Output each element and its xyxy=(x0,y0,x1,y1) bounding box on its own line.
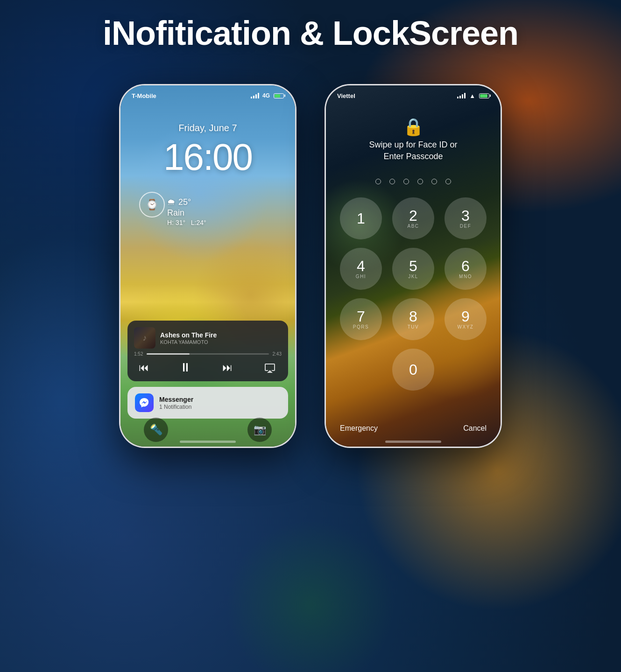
prompt-line2: Enter Passcode xyxy=(383,152,443,161)
right-signal-bars-icon xyxy=(457,93,466,98)
music-artist: KOHTA YAMAMOTO xyxy=(160,339,282,345)
wifi-icon: ▲ xyxy=(469,92,475,99)
key-4[interactable]: 4 GHI xyxy=(340,248,382,290)
music-progress-fill xyxy=(147,353,189,355)
rewind-button[interactable]: ⏮ xyxy=(139,362,149,374)
music-info-row: ♪ Ashes on The Fire KOHTA YAMAMOTO xyxy=(134,327,282,349)
right-phone: Viettel ▲ 🔒 Swipe up for Face ID or Ent xyxy=(325,84,502,448)
key-8[interactable]: 8 TUV xyxy=(392,298,434,340)
key-6[interactable]: 6 MNO xyxy=(445,248,487,290)
right-carrier: Viettel xyxy=(337,92,355,99)
music-progress-bar[interactable] xyxy=(147,353,268,355)
passcode-bottom-actions: Emergency Cancel xyxy=(326,424,501,433)
weather-widget: 🌧 25° Rain H: 31° L:24° xyxy=(167,197,206,226)
weather-row-temp: 🌧 25° xyxy=(167,197,206,207)
key-7-num: 7 xyxy=(357,309,365,324)
watch-symbol: ⌚ xyxy=(146,199,158,211)
key-6-sub: MNO xyxy=(459,274,472,279)
messenger-icon xyxy=(135,393,154,412)
key-8-num: 8 xyxy=(409,309,417,324)
page-title: iNofitication & LockScreen xyxy=(0,14,621,52)
passcode-dot-1 xyxy=(375,179,381,184)
weather-temp: 25° xyxy=(178,197,191,207)
key-5-sub: JKL xyxy=(408,274,418,279)
music-text: Ashes on The Fire KOHTA YAMAMOTO xyxy=(160,331,282,345)
left-carrier: T-Mobile xyxy=(132,92,156,99)
notification-text: Messenger 1 Notification xyxy=(159,396,193,410)
watch-icon: ⌚ xyxy=(139,192,165,217)
signal-bars-icon xyxy=(251,93,259,98)
flashlight-button[interactable]: 🔦 xyxy=(144,418,168,442)
quick-actions: 🔦 📷 xyxy=(120,418,295,442)
music-total: 2:43 xyxy=(273,351,282,357)
passcode-dots xyxy=(326,179,501,184)
pause-button[interactable]: ⏸ xyxy=(179,360,191,375)
fast-forward-button[interactable]: ⏭ xyxy=(222,362,233,374)
weather-icon: 🌧 xyxy=(167,197,176,207)
right-battery-icon xyxy=(479,93,489,98)
signal-bar-3 xyxy=(255,94,257,98)
key-9-sub: WXYZ xyxy=(458,324,474,329)
cancel-button[interactable]: Cancel xyxy=(463,424,487,433)
keypad: 1 2 ABC 3 DEF 4 GHI 5 JKL xyxy=(340,197,487,399)
emergency-button[interactable]: Emergency xyxy=(340,424,378,433)
keypad-row-4: 0 xyxy=(340,349,487,391)
key-3-sub: DEF xyxy=(460,224,472,229)
notification-app-name: Messenger xyxy=(159,396,193,403)
weather-highlow: H: 31° L:24° xyxy=(167,219,206,226)
signal-bar-1 xyxy=(251,97,252,98)
right-battery-fill xyxy=(480,94,487,98)
phones-area: T-Mobile 4G Friday, June 7 16:00 ⌚ xyxy=(0,84,621,448)
music-controls: ⏮ ⏸ ⏭ xyxy=(134,360,282,375)
lock-icon: 🔒 xyxy=(326,117,501,137)
key-0-num: 0 xyxy=(409,362,417,377)
left-phone: T-Mobile 4G Friday, June 7 16:00 ⌚ xyxy=(119,84,296,448)
key-3[interactable]: 3 DEF xyxy=(445,197,487,239)
right-signal-bar-4 xyxy=(464,93,466,98)
key-4-num: 4 xyxy=(357,259,365,273)
home-indicator xyxy=(180,441,236,443)
album-art: ♪ xyxy=(134,327,155,349)
prompt-line1: Swipe up for Face ID or xyxy=(369,140,457,149)
notification-card[interactable]: Messenger 1 Notification xyxy=(127,387,288,419)
keypad-row-3: 7 PQRS 8 TUV 9 WXYZ xyxy=(340,298,487,340)
music-player: ♪ Ashes on The Fire KOHTA YAMAMOTO 1:52 … xyxy=(127,321,288,381)
passcode-prompt: Swipe up for Face ID or Enter Passcode xyxy=(326,139,501,162)
key-2-sub: ABC xyxy=(407,224,419,229)
key-5-num: 5 xyxy=(409,259,417,273)
right-signal-bar-3 xyxy=(462,94,463,98)
key-3-num: 3 xyxy=(461,208,470,223)
right-home-indicator xyxy=(385,441,441,443)
left-status-right: 4G xyxy=(251,92,284,99)
right-signal-bar-1 xyxy=(457,97,459,98)
camera-button[interactable]: 📷 xyxy=(247,418,272,442)
right-signal-bar-2 xyxy=(459,96,461,98)
lockscreen-date: Friday, June 7 xyxy=(120,123,295,133)
key-9[interactable]: 9 WXYZ xyxy=(445,298,487,340)
passcode-dot-2 xyxy=(389,179,395,184)
music-elapsed: 1:52 xyxy=(134,351,143,357)
weather-condition: Rain xyxy=(167,208,206,218)
keypad-row-2: 4 GHI 5 JKL 6 MNO xyxy=(340,248,487,290)
passcode-dot-4 xyxy=(417,179,423,184)
key-0[interactable]: 0 xyxy=(392,349,434,391)
key-1-num: 1 xyxy=(357,211,365,226)
key-2[interactable]: 2 ABC xyxy=(392,197,434,239)
weather-high: H: 31° xyxy=(167,219,185,226)
music-title: Ashes on The Fire xyxy=(160,331,282,339)
weather-low: L:24° xyxy=(191,219,206,226)
right-status-right: ▲ xyxy=(457,92,489,99)
key-7[interactable]: 7 PQRS xyxy=(340,298,382,340)
music-progress-row: 1:52 2:43 xyxy=(134,351,282,357)
keypad-row-1: 1 2 ABC 3 DEF xyxy=(340,197,487,239)
battery-fill xyxy=(275,94,280,98)
key-1[interactable]: 1 xyxy=(340,197,382,239)
signal-bar-2 xyxy=(253,96,254,98)
key-5[interactable]: 5 JKL xyxy=(392,248,434,290)
key-4-sub: GHI xyxy=(356,274,366,279)
left-network-type: 4G xyxy=(262,92,270,99)
key-9-num: 9 xyxy=(461,309,470,324)
notification-count: 1 Notification xyxy=(159,404,193,410)
airplay-button[interactable] xyxy=(263,361,277,375)
left-status-bar: T-Mobile 4G xyxy=(120,85,295,106)
